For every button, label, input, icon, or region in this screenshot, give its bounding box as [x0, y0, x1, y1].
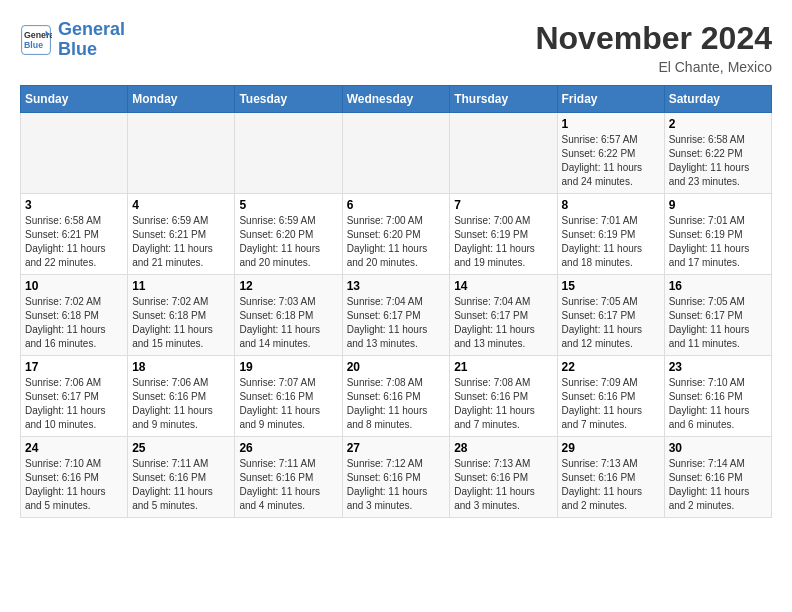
day-detail: Sunrise: 6:59 AM Sunset: 6:20 PM Dayligh… — [239, 214, 337, 270]
calendar-cell: 21Sunrise: 7:08 AM Sunset: 6:16 PM Dayli… — [450, 356, 557, 437]
calendar-cell — [450, 113, 557, 194]
calendar-week-5: 24Sunrise: 7:10 AM Sunset: 6:16 PM Dayli… — [21, 437, 772, 518]
logo-icon: General Blue — [20, 24, 52, 56]
day-number: 6 — [347, 198, 446, 212]
day-number: 17 — [25, 360, 123, 374]
calendar-cell: 14Sunrise: 7:04 AM Sunset: 6:17 PM Dayli… — [450, 275, 557, 356]
day-detail: Sunrise: 6:59 AM Sunset: 6:21 PM Dayligh… — [132, 214, 230, 270]
day-number: 22 — [562, 360, 660, 374]
calendar-cell: 28Sunrise: 7:13 AM Sunset: 6:16 PM Dayli… — [450, 437, 557, 518]
day-number: 12 — [239, 279, 337, 293]
calendar-cell: 20Sunrise: 7:08 AM Sunset: 6:16 PM Dayli… — [342, 356, 450, 437]
calendar-cell: 13Sunrise: 7:04 AM Sunset: 6:17 PM Dayli… — [342, 275, 450, 356]
svg-text:Blue: Blue — [24, 40, 43, 50]
calendar-cell: 24Sunrise: 7:10 AM Sunset: 6:16 PM Dayli… — [21, 437, 128, 518]
day-detail: Sunrise: 7:00 AM Sunset: 6:20 PM Dayligh… — [347, 214, 446, 270]
calendar-cell: 6Sunrise: 7:00 AM Sunset: 6:20 PM Daylig… — [342, 194, 450, 275]
day-detail: Sunrise: 7:05 AM Sunset: 6:17 PM Dayligh… — [669, 295, 767, 351]
calendar-cell: 9Sunrise: 7:01 AM Sunset: 6:19 PM Daylig… — [664, 194, 771, 275]
day-detail: Sunrise: 7:02 AM Sunset: 6:18 PM Dayligh… — [132, 295, 230, 351]
day-number: 1 — [562, 117, 660, 131]
day-detail: Sunrise: 7:04 AM Sunset: 6:17 PM Dayligh… — [347, 295, 446, 351]
weekday-header-sunday: Sunday — [21, 86, 128, 113]
calendar-cell: 29Sunrise: 7:13 AM Sunset: 6:16 PM Dayli… — [557, 437, 664, 518]
month-title: November 2024 — [535, 20, 772, 57]
day-number: 19 — [239, 360, 337, 374]
day-detail: Sunrise: 7:04 AM Sunset: 6:17 PM Dayligh… — [454, 295, 552, 351]
calendar-week-2: 3Sunrise: 6:58 AM Sunset: 6:21 PM Daylig… — [21, 194, 772, 275]
day-number: 11 — [132, 279, 230, 293]
calendar-cell: 10Sunrise: 7:02 AM Sunset: 6:18 PM Dayli… — [21, 275, 128, 356]
day-detail: Sunrise: 7:07 AM Sunset: 6:16 PM Dayligh… — [239, 376, 337, 432]
day-detail: Sunrise: 7:03 AM Sunset: 6:18 PM Dayligh… — [239, 295, 337, 351]
calendar-week-3: 10Sunrise: 7:02 AM Sunset: 6:18 PM Dayli… — [21, 275, 772, 356]
day-detail: Sunrise: 7:14 AM Sunset: 6:16 PM Dayligh… — [669, 457, 767, 513]
day-detail: Sunrise: 7:08 AM Sunset: 6:16 PM Dayligh… — [347, 376, 446, 432]
weekday-header-friday: Friday — [557, 86, 664, 113]
day-detail: Sunrise: 7:13 AM Sunset: 6:16 PM Dayligh… — [562, 457, 660, 513]
calendar-cell: 3Sunrise: 6:58 AM Sunset: 6:21 PM Daylig… — [21, 194, 128, 275]
day-detail: Sunrise: 7:00 AM Sunset: 6:19 PM Dayligh… — [454, 214, 552, 270]
calendar-cell: 11Sunrise: 7:02 AM Sunset: 6:18 PM Dayli… — [128, 275, 235, 356]
calendar-cell: 7Sunrise: 7:00 AM Sunset: 6:19 PM Daylig… — [450, 194, 557, 275]
day-number: 14 — [454, 279, 552, 293]
calendar-table: SundayMondayTuesdayWednesdayThursdayFrid… — [20, 85, 772, 518]
day-number: 25 — [132, 441, 230, 455]
day-detail: Sunrise: 7:12 AM Sunset: 6:16 PM Dayligh… — [347, 457, 446, 513]
day-detail: Sunrise: 6:57 AM Sunset: 6:22 PM Dayligh… — [562, 133, 660, 189]
calendar-cell: 18Sunrise: 7:06 AM Sunset: 6:16 PM Dayli… — [128, 356, 235, 437]
weekday-header-wednesday: Wednesday — [342, 86, 450, 113]
weekday-header-tuesday: Tuesday — [235, 86, 342, 113]
day-number: 2 — [669, 117, 767, 131]
day-number: 10 — [25, 279, 123, 293]
day-detail: Sunrise: 7:06 AM Sunset: 6:16 PM Dayligh… — [132, 376, 230, 432]
day-number: 9 — [669, 198, 767, 212]
calendar-cell: 1Sunrise: 6:57 AM Sunset: 6:22 PM Daylig… — [557, 113, 664, 194]
calendar-cell: 19Sunrise: 7:07 AM Sunset: 6:16 PM Dayli… — [235, 356, 342, 437]
calendar-cell: 12Sunrise: 7:03 AM Sunset: 6:18 PM Dayli… — [235, 275, 342, 356]
day-detail: Sunrise: 7:11 AM Sunset: 6:16 PM Dayligh… — [132, 457, 230, 513]
weekday-header-monday: Monday — [128, 86, 235, 113]
calendar-cell: 26Sunrise: 7:11 AM Sunset: 6:16 PM Dayli… — [235, 437, 342, 518]
calendar-cell — [128, 113, 235, 194]
calendar-cell: 4Sunrise: 6:59 AM Sunset: 6:21 PM Daylig… — [128, 194, 235, 275]
calendar-week-1: 1Sunrise: 6:57 AM Sunset: 6:22 PM Daylig… — [21, 113, 772, 194]
day-detail: Sunrise: 6:58 AM Sunset: 6:21 PM Dayligh… — [25, 214, 123, 270]
day-number: 26 — [239, 441, 337, 455]
day-number: 20 — [347, 360, 446, 374]
day-number: 4 — [132, 198, 230, 212]
calendar-cell: 25Sunrise: 7:11 AM Sunset: 6:16 PM Dayli… — [128, 437, 235, 518]
day-number: 24 — [25, 441, 123, 455]
calendar-cell: 27Sunrise: 7:12 AM Sunset: 6:16 PM Dayli… — [342, 437, 450, 518]
day-detail: Sunrise: 7:11 AM Sunset: 6:16 PM Dayligh… — [239, 457, 337, 513]
day-detail: Sunrise: 7:05 AM Sunset: 6:17 PM Dayligh… — [562, 295, 660, 351]
svg-text:General: General — [24, 30, 52, 40]
calendar-cell: 2Sunrise: 6:58 AM Sunset: 6:22 PM Daylig… — [664, 113, 771, 194]
day-number: 27 — [347, 441, 446, 455]
logo: General Blue GeneralBlue — [20, 20, 125, 60]
day-number: 23 — [669, 360, 767, 374]
day-detail: Sunrise: 7:06 AM Sunset: 6:17 PM Dayligh… — [25, 376, 123, 432]
calendar-cell: 30Sunrise: 7:14 AM Sunset: 6:16 PM Dayli… — [664, 437, 771, 518]
day-number: 15 — [562, 279, 660, 293]
calendar-cell: 23Sunrise: 7:10 AM Sunset: 6:16 PM Dayli… — [664, 356, 771, 437]
logo-text: GeneralBlue — [58, 20, 125, 60]
day-detail: Sunrise: 7:10 AM Sunset: 6:16 PM Dayligh… — [669, 376, 767, 432]
calendar-cell: 15Sunrise: 7:05 AM Sunset: 6:17 PM Dayli… — [557, 275, 664, 356]
day-number: 13 — [347, 279, 446, 293]
calendar-cell — [235, 113, 342, 194]
weekday-header-thursday: Thursday — [450, 86, 557, 113]
day-number: 29 — [562, 441, 660, 455]
calendar-cell — [21, 113, 128, 194]
day-detail: Sunrise: 7:01 AM Sunset: 6:19 PM Dayligh… — [562, 214, 660, 270]
weekday-header-saturday: Saturday — [664, 86, 771, 113]
day-number: 21 — [454, 360, 552, 374]
day-detail: Sunrise: 7:09 AM Sunset: 6:16 PM Dayligh… — [562, 376, 660, 432]
calendar-cell — [342, 113, 450, 194]
day-number: 16 — [669, 279, 767, 293]
calendar-cell: 17Sunrise: 7:06 AM Sunset: 6:17 PM Dayli… — [21, 356, 128, 437]
calendar-cell: 5Sunrise: 6:59 AM Sunset: 6:20 PM Daylig… — [235, 194, 342, 275]
day-number: 5 — [239, 198, 337, 212]
calendar-header-row: SundayMondayTuesdayWednesdayThursdayFrid… — [21, 86, 772, 113]
day-number: 8 — [562, 198, 660, 212]
